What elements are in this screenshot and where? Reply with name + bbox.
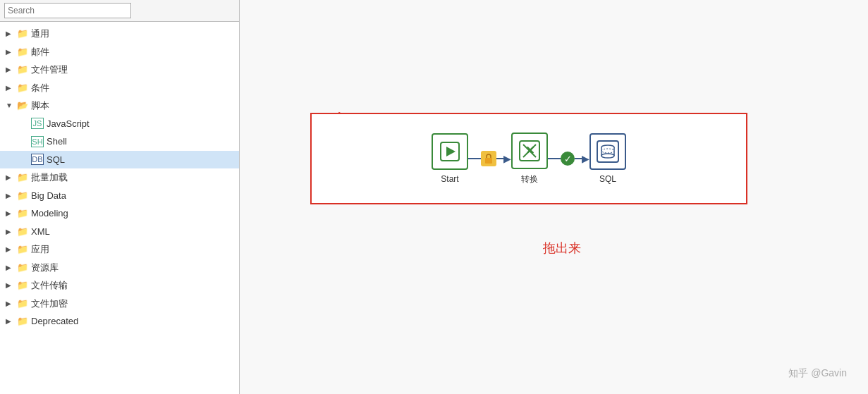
folder-icon: 📁 — [17, 207, 28, 221]
expand-icon: ▶ — [6, 208, 16, 218]
sidebar-item-javascript[interactable]: JS JavaScript — [0, 115, 239, 133]
sidebar-item-label: 文件加密 — [31, 297, 68, 311]
folder-icon: 📂 — [17, 99, 28, 113]
sidebar-item-filemanage[interactable]: ▶ 📁 文件管理 — [0, 61, 239, 79]
search-bar — [0, 0, 239, 22]
folder-icon: 📁 — [17, 189, 28, 203]
wf-node-start: Start — [432, 133, 468, 184]
sidebar-item-filetransfer[interactable]: ▶ 📁 文件传输 — [0, 276, 239, 295]
folder-icon: 📁 — [17, 27, 28, 41]
expand-icon: ▶ — [6, 244, 16, 254]
sidebar-item-label: 批量加载 — [31, 171, 68, 185]
workflow-nodes: Start ▶ ✕ — [432, 133, 626, 185]
connector-line — [575, 158, 582, 159]
sidebar-item-label: JavaScript — [47, 117, 90, 131]
sidebar-item-label: 邮件 — [31, 45, 49, 59]
tree-container: ▶ 📁 通用 ▶ 📁 邮件 ▶ 📁 文件管理 ▶ 📁 条件 ▼ 📂 脚本 — [0, 22, 239, 394]
search-input[interactable] — [4, 3, 131, 18]
expand-icon: ▼ — [6, 100, 16, 111]
expand-icon: ▶ — [6, 298, 16, 309]
sidebar-item-label: Big Data — [31, 189, 66, 203]
connector-2: ✓ ▶ — [548, 152, 589, 166]
expand-icon: ▶ — [6, 316, 16, 326]
sql-node-label: SQL — [599, 174, 616, 184]
transform-node-icon: ✕ — [511, 133, 548, 169]
watermark: 知乎 @Gavin — [788, 367, 847, 380]
folder-icon: 📁 — [17, 171, 28, 185]
arrow-icon: ▶ — [503, 154, 511, 164]
sidebar: ▶ 📁 通用 ▶ 📁 邮件 ▶ 📁 文件管理 ▶ 📁 条件 ▼ 📂 脚本 — [0, 0, 240, 394]
svg-rect-4 — [485, 158, 492, 164]
connector-line — [468, 158, 481, 159]
sidebar-item-label: 通用 — [31, 27, 49, 41]
folder-icon: 📁 — [17, 278, 28, 293]
expand-icon: ▶ — [6, 226, 16, 237]
sidebar-item-condition[interactable]: ▶ 📁 条件 — [0, 79, 239, 97]
start-node-label: Start — [441, 174, 458, 184]
transform-node-label: 转换 — [521, 173, 538, 185]
start-node-icon — [432, 133, 468, 170]
script-icon: SH — [31, 136, 44, 147]
sidebar-item-label: 资源库 — [31, 261, 59, 275]
folder-icon: 📁 — [17, 242, 28, 257]
folder-icon: 📁 — [17, 63, 28, 77]
sidebar-item-deprecated[interactable]: ▶ 📁 Deprecated — [0, 312, 239, 331]
expand-icon: ▶ — [6, 28, 16, 39]
sidebar-item-mail[interactable]: ▶ 📁 邮件 — [0, 43, 239, 61]
folder-icon: 📁 — [17, 261, 28, 275]
expand-icon: ▶ — [6, 64, 16, 75]
sidebar-item-label: Deprecated — [31, 314, 78, 328]
sidebar-item-label: 文件传输 — [31, 278, 68, 293]
sidebar-item-xml[interactable]: ▶ 📁 XML — [0, 223, 239, 241]
expand-icon: ▶ — [6, 47, 16, 57]
success-dot: ✓ — [561, 152, 575, 166]
sql-node-icon — [589, 133, 626, 170]
sidebar-item-bigdata[interactable]: ▶ 📁 Big Data — [0, 187, 239, 205]
main-area: Start ▶ ✕ — [240, 0, 868, 394]
sidebar-item-script[interactable]: ▼ 📂 脚本 — [0, 97, 239, 115]
arrow-icon: ▶ — [582, 154, 589, 164]
sidebar-item-label: Shell — [47, 135, 67, 149]
folder-icon: 📁 — [17, 81, 28, 95]
sidebar-item-resource[interactable]: ▶ 📁 资源库 — [0, 259, 239, 277]
connector-line — [496, 158, 503, 159]
expand-icon: ▶ — [6, 190, 16, 201]
sidebar-item-label: Modeling — [31, 207, 68, 221]
sidebar-item-label: XML — [31, 225, 50, 239]
folder-icon: 📁 — [17, 45, 28, 59]
sidebar-item-label: 条件 — [31, 81, 49, 95]
sidebar-item-general[interactable]: ▶ 📁 通用 — [0, 25, 239, 43]
wf-node-transform: ✕ 转换 — [511, 133, 548, 185]
sidebar-item-shell[interactable]: SH Shell — [0, 133, 239, 151]
drag-annotation-label: 拖出来 — [543, 240, 581, 257]
folder-icon: 📁 — [17, 314, 28, 328]
script-icon: DB — [31, 154, 44, 165]
connector-line — [548, 158, 561, 159]
expand-icon: ▶ — [6, 262, 16, 273]
expand-icon: ▶ — [6, 280, 16, 290]
connector-1: ▶ — [468, 151, 511, 166]
expand-icon: ▶ — [6, 172, 16, 183]
sidebar-item-label: 应用 — [31, 242, 49, 257]
folder-icon: 📁 — [17, 297, 28, 311]
sidebar-item-label: 脚本 — [31, 99, 49, 113]
folder-icon: 📁 — [17, 225, 28, 239]
sidebar-item-app[interactable]: ▶ 📁 应用 — [0, 240, 239, 259]
expand-icon: ▶ — [6, 82, 16, 93]
sidebar-item-fileencrypt[interactable]: ▶ 📁 文件加密 — [0, 295, 239, 313]
sidebar-item-sql[interactable]: DB SQL — [0, 151, 239, 169]
wf-node-sql: SQL — [589, 133, 626, 184]
sidebar-item-batch[interactable]: ▶ 📁 批量加载 — [0, 168, 239, 187]
lock-icon — [481, 151, 496, 166]
sidebar-item-label: 文件管理 — [31, 63, 68, 77]
workflow-diagram: Start ▶ ✕ — [310, 113, 747, 204]
sidebar-item-label: SQL — [47, 153, 65, 167]
script-icon: JS — [31, 118, 44, 129]
sidebar-item-modeling[interactable]: ▶ 📁 Modeling — [0, 204, 239, 223]
